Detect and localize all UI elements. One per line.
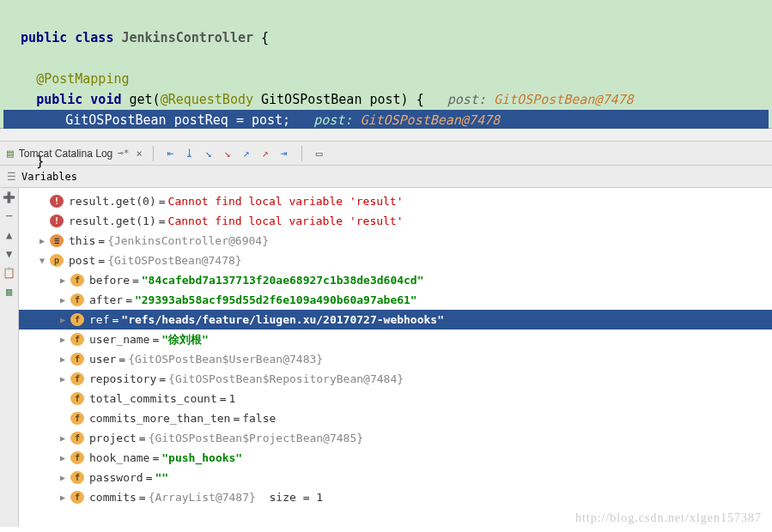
variable-password[interactable]: fpassword = "" <box>19 468 772 487</box>
variable-type-icon: f <box>70 353 84 366</box>
variable-name: user_name <box>89 333 149 346</box>
tomcat-log-tab-icon: ▤ <box>7 147 14 160</box>
variable-name: total_commits_count <box>89 392 217 405</box>
variable-name: post <box>69 254 95 267</box>
variable-result-get-0-[interactable]: !result.get(0) = Cannot find local varia… <box>19 191 772 211</box>
variable-name: hook_name <box>89 451 149 464</box>
variable-value: 1 <box>229 392 236 405</box>
variable-name: repository <box>89 372 156 385</box>
copy-icon[interactable]: 📋 <box>3 267 16 281</box>
current-execution-line: GitOSPostBean postReq = post; post: GitO… <box>3 110 769 130</box>
variable-before[interactable]: fbefore = "84cafebd7a137713f20ae68927c1b… <box>19 270 772 290</box>
variable-value: "refs/heads/feature/liugen.xu/20170727-w… <box>121 313 444 326</box>
expand-arrow[interactable] <box>60 275 70 285</box>
variable-value: "" <box>155 471 168 484</box>
variables-panel-header: ☰ Variables <box>0 166 772 188</box>
expand-arrow[interactable] <box>60 335 70 344</box>
variable-value: Cannot find local variable 'result' <box>168 195 404 208</box>
code-editor[interactable]: public class JenkinsController { @PostMa… <box>0 0 772 129</box>
variable-commits[interactable]: fcommits = {ArrayList@7487} size = 1 <box>19 487 772 507</box>
variable-type-icon: f <box>70 293 84 306</box>
down-icon[interactable]: ▼ <box>3 248 16 262</box>
variable-user[interactable]: fuser = {GitOSPostBean$UserBean@7483} <box>19 349 772 369</box>
up-icon[interactable]: ▲ <box>3 229 16 243</box>
tomcat-log-tab[interactable]: Tomcat Catalina Log <box>19 148 112 160</box>
variable-name: this <box>69 234 95 247</box>
variable-type-icon: f <box>70 313 84 326</box>
evaluate-icon[interactable]: ▭ <box>313 147 326 160</box>
variables-gutter: ➕ ─ ▲ ▼ 📋 ▦ <box>0 188 19 527</box>
variable-value: "徐刘根" <box>161 332 209 348</box>
variable-this[interactable]: ≡this = {JenkinsController@6904} <box>19 231 772 251</box>
variable-name: user <box>89 353 116 366</box>
variable-name: result.get(1) <box>69 215 156 227</box>
variable-value: {GitOSPostBean$UserBean@7483} <box>128 353 323 366</box>
expand-arrow[interactable] <box>60 473 70 482</box>
expand-arrow[interactable] <box>60 354 70 364</box>
close-tab-icon[interactable]: × <box>136 148 142 160</box>
variable-type-icon: p <box>50 254 64 267</box>
drop-frame-icon[interactable]: ⇥ <box>277 147 291 160</box>
variable-type-icon: ! <box>50 195 64 208</box>
variable-result-get-1-[interactable]: !result.get(1) = Cannot find local varia… <box>19 211 772 231</box>
expand-arrow[interactable] <box>60 374 70 384</box>
variable-value: Cannot find local variable 'result' <box>168 215 404 227</box>
variable-type-icon: f <box>70 451 84 464</box>
pin-icon[interactable]: ⊸* <box>118 148 129 159</box>
variable-value: {ArrayList@7487} <box>149 491 256 504</box>
variable-type-icon: f <box>70 274 84 287</box>
variable-name: commits_more_than_ten <box>89 412 230 425</box>
variable-ref[interactable]: fref = "refs/heads/feature/liugen.xu/201… <box>19 310 772 329</box>
variable-value: {GitOSPostBean$RepositoryBean@7484} <box>168 372 404 385</box>
variable-type-icon: f <box>70 471 84 484</box>
variable-repository[interactable]: frepository = {GitOSPostBean$RepositoryB… <box>19 369 772 389</box>
variable-type-icon: f <box>70 412 84 425</box>
step-into-icon[interactable]: ⇤ <box>164 147 178 160</box>
variable-commits_more_than_ten[interactable]: fcommits_more_than_ten = false <box>19 408 772 428</box>
variable-value: "push_hooks" <box>161 451 242 464</box>
variable-type-icon: f <box>70 491 84 504</box>
expand-arrow[interactable] <box>60 453 70 462</box>
variable-value: "84cafebd7a137713f20ae68927c1b38de3d604c… <box>142 274 424 287</box>
variable-name: before <box>89 274 130 287</box>
expand-arrow[interactable] <box>60 493 70 502</box>
variable-hook_name[interactable]: fhook_name = "push_hooks" <box>19 448 772 468</box>
console-tab-bar: ▤ Tomcat Catalina Log ⊸* × ⇤ ⤓ ↘ ↘ ↗ ↗ ⇥… <box>0 142 772 166</box>
variable-name: ref <box>89 313 109 326</box>
add-watch-icon[interactable]: ➕ <box>3 191 16 205</box>
variable-name: project <box>89 432 137 444</box>
remove-watch-icon[interactable]: ─ <box>3 210 16 224</box>
variables-tree[interactable]: !result.get(0) = Cannot find local varia… <box>19 188 772 527</box>
variable-type-icon: ! <box>50 215 64 227</box>
variable-project[interactable]: fproject = {GitOSPostBean$ProjectBean@74… <box>19 428 772 448</box>
variable-name: password <box>89 471 143 484</box>
variable-name: commits <box>89 491 137 504</box>
variable-value: {GitOSPostBean@7478} <box>107 254 242 267</box>
variable-name: after <box>89 293 123 306</box>
expand-arrow[interactable] <box>60 295 70 305</box>
expand-arrow[interactable] <box>60 433 70 443</box>
expand-arrow[interactable] <box>40 256 50 265</box>
variable-after[interactable]: fafter = "29393ab58acf95d55d2f6e109a490b… <box>19 290 772 310</box>
variable-name: result.get(0) <box>69 195 156 208</box>
variable-type-icon: f <box>70 333 84 346</box>
step-over-icon[interactable]: ⤓ <box>183 147 197 160</box>
expand-arrow[interactable] <box>60 315 70 324</box>
variable-value: {GitOSPostBean$ProjectBean@7485} <box>149 432 363 444</box>
splitter[interactable] <box>0 129 772 142</box>
variables-list-icon: ☰ <box>7 171 16 183</box>
step-out-icon[interactable]: ↗ <box>240 147 253 160</box>
variable-value: false <box>242 412 276 425</box>
variable-type-icon: f <box>70 392 84 405</box>
step-down-icon[interactable]: ↘ <box>202 147 216 160</box>
variable-type-icon: f <box>70 372 84 385</box>
force-step-out-icon[interactable]: ↗ <box>258 147 272 160</box>
variable-post[interactable]: ppost = {GitOSPostBean@7478} <box>19 251 772 270</box>
variable-type-icon: f <box>70 432 84 444</box>
expand-arrow[interactable] <box>40 236 50 245</box>
force-step-icon[interactable]: ↘ <box>221 147 234 160</box>
variable-user_name[interactable]: fuser_name = "徐刘根" <box>19 329 772 349</box>
variable-total_commits_count[interactable]: ftotal_commits_count = 1 <box>19 389 772 408</box>
variable-value: "29393ab58acf95d55d2f6e109a490b60a97abe6… <box>135 293 417 306</box>
watches-icon[interactable]: ▦ <box>3 286 16 299</box>
